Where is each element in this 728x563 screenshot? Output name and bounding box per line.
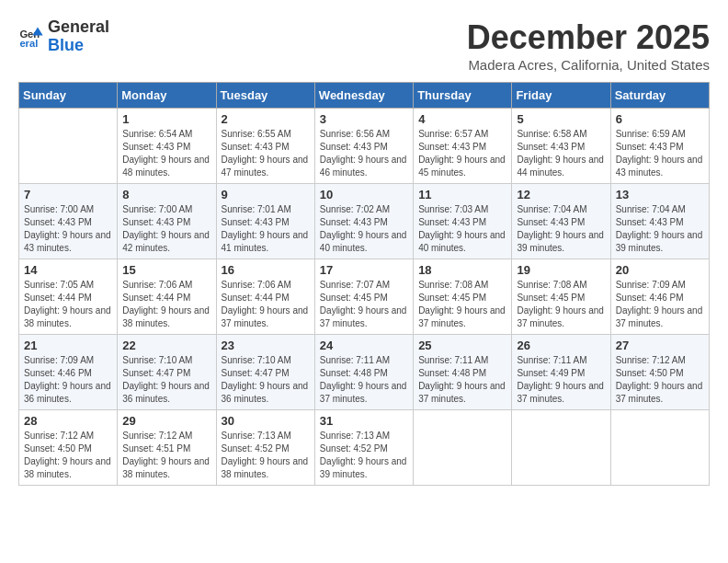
day-number: 18 xyxy=(418,263,506,277)
calendar-cell: 22Sunrise: 7:10 AMSunset: 4:47 PMDayligh… xyxy=(118,335,216,410)
day-number: 9 xyxy=(222,188,310,201)
day-details: Sunrise: 7:08 AMSunset: 4:45 PMDaylight:… xyxy=(418,279,506,330)
calendar-cell: 29Sunrise: 7:12 AMSunset: 4:51 PMDayligh… xyxy=(118,410,216,486)
day-details: Sunrise: 7:08 AMSunset: 4:45 PMDaylight:… xyxy=(517,279,605,330)
day-number: 13 xyxy=(616,188,704,201)
day-number: 14 xyxy=(24,263,112,277)
day-number: 28 xyxy=(24,414,112,428)
day-details: Sunrise: 6:55 AMSunset: 4:43 PMDaylight:… xyxy=(222,128,310,179)
day-number: 4 xyxy=(418,112,506,126)
day-number: 8 xyxy=(122,188,210,201)
weekday-header: Saturday xyxy=(610,83,709,109)
day-number: 1 xyxy=(122,112,210,126)
day-number: 11 xyxy=(418,188,506,201)
calendar-cell: 20Sunrise: 7:09 AMSunset: 4:46 PMDayligh… xyxy=(610,259,709,335)
day-number: 7 xyxy=(24,188,112,201)
calendar-cell xyxy=(19,109,118,184)
calendar-cell xyxy=(414,410,512,486)
day-details: Sunrise: 7:04 AMSunset: 4:43 PMDaylight:… xyxy=(616,203,704,255)
calendar-cell: 21Sunrise: 7:09 AMSunset: 4:46 PMDayligh… xyxy=(19,335,118,410)
calendar-cell: 9Sunrise: 7:01 AMSunset: 4:43 PMDaylight… xyxy=(216,184,314,259)
day-details: Sunrise: 7:02 AMSunset: 4:43 PMDaylight:… xyxy=(320,203,408,255)
weekday-header: Sunday xyxy=(19,83,118,109)
calendar-cell: 27Sunrise: 7:12 AMSunset: 4:50 PMDayligh… xyxy=(610,335,709,410)
calendar-cell: 10Sunrise: 7:02 AMSunset: 4:43 PMDayligh… xyxy=(314,184,413,259)
svg-text:eral: eral xyxy=(19,38,38,49)
calendar-cell: 12Sunrise: 7:04 AMSunset: 4:43 PMDayligh… xyxy=(512,184,610,259)
day-number: 12 xyxy=(517,188,605,201)
day-details: Sunrise: 7:12 AMSunset: 4:51 PMDaylight:… xyxy=(122,430,210,481)
day-details: Sunrise: 6:57 AMSunset: 4:43 PMDaylight:… xyxy=(418,128,506,179)
calendar-title: December 2025 xyxy=(467,18,710,57)
calendar-cell xyxy=(512,410,610,486)
day-details: Sunrise: 6:54 AMSunset: 4:43 PMDaylight:… xyxy=(122,128,210,179)
calendar-cell: 19Sunrise: 7:08 AMSunset: 4:45 PMDayligh… xyxy=(512,259,610,335)
calendar-cell: 13Sunrise: 7:04 AMSunset: 4:43 PMDayligh… xyxy=(610,184,709,259)
calendar-week-row: 28Sunrise: 7:12 AMSunset: 4:50 PMDayligh… xyxy=(19,410,710,486)
day-number: 19 xyxy=(517,263,605,277)
day-details: Sunrise: 7:12 AMSunset: 4:50 PMDaylight:… xyxy=(24,430,112,481)
day-number: 23 xyxy=(222,339,310,352)
day-number: 10 xyxy=(320,188,408,201)
calendar-cell: 16Sunrise: 7:06 AMSunset: 4:44 PMDayligh… xyxy=(216,259,314,335)
calendar-cell: 7Sunrise: 7:00 AMSunset: 4:43 PMDaylight… xyxy=(19,184,118,259)
day-details: Sunrise: 7:05 AMSunset: 4:44 PMDaylight:… xyxy=(24,279,112,330)
calendar-cell: 28Sunrise: 7:12 AMSunset: 4:50 PMDayligh… xyxy=(19,410,118,486)
day-number: 21 xyxy=(24,339,112,352)
day-number: 15 xyxy=(122,263,210,277)
calendar-week-row: 21Sunrise: 7:09 AMSunset: 4:46 PMDayligh… xyxy=(19,335,710,410)
day-number: 20 xyxy=(616,263,704,277)
calendar-cell: 30Sunrise: 7:13 AMSunset: 4:52 PMDayligh… xyxy=(216,410,314,486)
calendar-cell: 15Sunrise: 7:06 AMSunset: 4:44 PMDayligh… xyxy=(118,259,216,335)
page-header: Gen eral General Blue December 2025 Made… xyxy=(18,18,710,73)
day-details: Sunrise: 7:10 AMSunset: 4:47 PMDaylight:… xyxy=(122,354,210,406)
day-details: Sunrise: 7:06 AMSunset: 4:44 PMDaylight:… xyxy=(122,279,210,330)
day-number: 25 xyxy=(418,339,506,352)
day-details: Sunrise: 7:11 AMSunset: 4:48 PMDaylight:… xyxy=(320,354,408,406)
weekday-header-row: SundayMondayTuesdayWednesdayThursdayFrid… xyxy=(19,83,710,109)
day-details: Sunrise: 7:09 AMSunset: 4:46 PMDaylight:… xyxy=(616,279,704,330)
logo: Gen eral General Blue xyxy=(18,18,109,55)
calendar-cell: 31Sunrise: 7:13 AMSunset: 4:52 PMDayligh… xyxy=(314,410,413,486)
weekday-header: Tuesday xyxy=(216,83,314,109)
weekday-header: Thursday xyxy=(414,83,512,109)
day-number: 29 xyxy=(122,414,210,428)
day-number: 6 xyxy=(616,112,704,126)
calendar-cell: 26Sunrise: 7:11 AMSunset: 4:49 PMDayligh… xyxy=(512,335,610,410)
day-details: Sunrise: 7:10 AMSunset: 4:47 PMDaylight:… xyxy=(222,354,310,406)
day-details: Sunrise: 6:59 AMSunset: 4:43 PMDaylight:… xyxy=(616,128,704,179)
calendar-cell: 11Sunrise: 7:03 AMSunset: 4:43 PMDayligh… xyxy=(414,184,512,259)
calendar-cell: 18Sunrise: 7:08 AMSunset: 4:45 PMDayligh… xyxy=(414,259,512,335)
title-area: December 2025 Madera Acres, California, … xyxy=(467,18,710,73)
calendar-cell: 1Sunrise: 6:54 AMSunset: 4:43 PMDaylight… xyxy=(118,109,216,184)
calendar-week-row: 7Sunrise: 7:00 AMSunset: 4:43 PMDaylight… xyxy=(19,184,710,259)
calendar-subtitle: Madera Acres, California, United States xyxy=(467,57,710,73)
calendar-cell: 4Sunrise: 6:57 AMSunset: 4:43 PMDaylight… xyxy=(414,109,512,184)
day-number: 17 xyxy=(320,263,408,277)
day-details: Sunrise: 7:11 AMSunset: 4:48 PMDaylight:… xyxy=(418,354,506,406)
calendar-cell: 3Sunrise: 6:56 AMSunset: 4:43 PMDaylight… xyxy=(314,109,413,184)
calendar-cell: 2Sunrise: 6:55 AMSunset: 4:43 PMDaylight… xyxy=(216,109,314,184)
day-details: Sunrise: 6:56 AMSunset: 4:43 PMDaylight:… xyxy=(320,128,408,179)
day-details: Sunrise: 7:13 AMSunset: 4:52 PMDaylight:… xyxy=(320,430,408,481)
day-details: Sunrise: 7:13 AMSunset: 4:52 PMDaylight:… xyxy=(222,430,310,481)
calendar-week-row: 14Sunrise: 7:05 AMSunset: 4:44 PMDayligh… xyxy=(19,259,710,335)
day-details: Sunrise: 7:07 AMSunset: 4:45 PMDaylight:… xyxy=(320,279,408,330)
day-details: Sunrise: 6:58 AMSunset: 4:43 PMDaylight:… xyxy=(517,128,605,179)
weekday-header: Wednesday xyxy=(314,83,413,109)
calendar-table: SundayMondayTuesdayWednesdayThursdayFrid… xyxy=(18,82,710,486)
day-details: Sunrise: 7:01 AMSunset: 4:43 PMDaylight:… xyxy=(222,203,310,255)
day-number: 26 xyxy=(517,339,605,352)
calendar-cell: 17Sunrise: 7:07 AMSunset: 4:45 PMDayligh… xyxy=(314,259,413,335)
day-number: 31 xyxy=(320,414,408,428)
weekday-header: Monday xyxy=(118,83,216,109)
calendar-cell: 5Sunrise: 6:58 AMSunset: 4:43 PMDaylight… xyxy=(512,109,610,184)
calendar-cell: 14Sunrise: 7:05 AMSunset: 4:44 PMDayligh… xyxy=(19,259,118,335)
day-details: Sunrise: 7:04 AMSunset: 4:43 PMDaylight:… xyxy=(517,203,605,255)
calendar-week-row: 1Sunrise: 6:54 AMSunset: 4:43 PMDaylight… xyxy=(19,109,710,184)
calendar-cell xyxy=(610,410,709,486)
day-number: 3 xyxy=(320,112,408,126)
day-details: Sunrise: 7:06 AMSunset: 4:44 PMDaylight:… xyxy=(222,279,310,330)
day-details: Sunrise: 7:00 AMSunset: 4:43 PMDaylight:… xyxy=(24,203,112,255)
calendar-cell: 6Sunrise: 6:59 AMSunset: 4:43 PMDaylight… xyxy=(610,109,709,184)
